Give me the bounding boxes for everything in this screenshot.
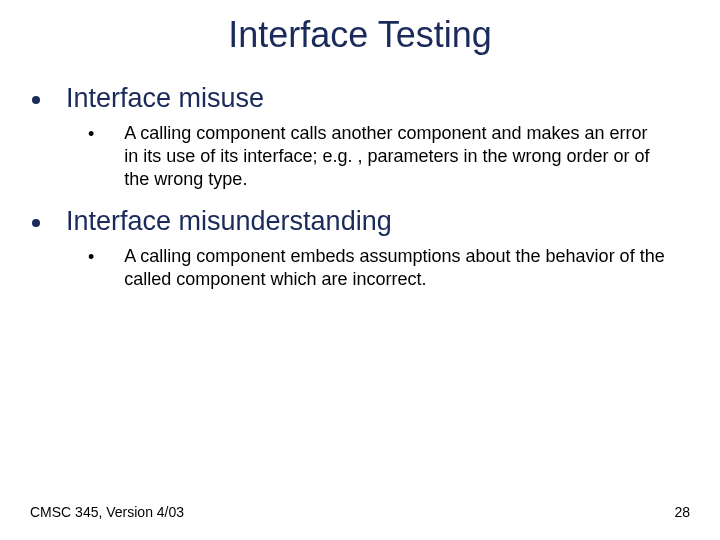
sub-list-item: • A calling component embeds assumptions… — [30, 245, 690, 291]
list-item: Interface misunderstanding — [30, 205, 690, 239]
sub-bullet-icon: • — [88, 245, 94, 269]
item-heading: Interface misunderstanding — [66, 205, 392, 239]
sub-bullet-icon: • — [88, 122, 94, 146]
item-heading: Interface misuse — [66, 82, 264, 116]
sub-list-item: • A calling component calls another comp… — [30, 122, 690, 191]
slide-content: Interface misuse • A calling component c… — [0, 64, 720, 291]
slide: Interface Testing Interface misuse • A c… — [0, 0, 720, 540]
slide-title: Interface Testing — [0, 0, 720, 64]
bullet-icon — [32, 96, 40, 104]
item-description: A calling component embeds assumptions a… — [124, 245, 690, 291]
list-item: Interface misuse — [30, 82, 690, 116]
slide-footer: CMSC 345, Version 4/03 28 — [30, 504, 690, 520]
footer-page-number: 28 — [674, 504, 690, 520]
item-description: A calling component calls another compon… — [124, 122, 690, 191]
bullet-icon — [32, 219, 40, 227]
footer-left: CMSC 345, Version 4/03 — [30, 504, 184, 520]
